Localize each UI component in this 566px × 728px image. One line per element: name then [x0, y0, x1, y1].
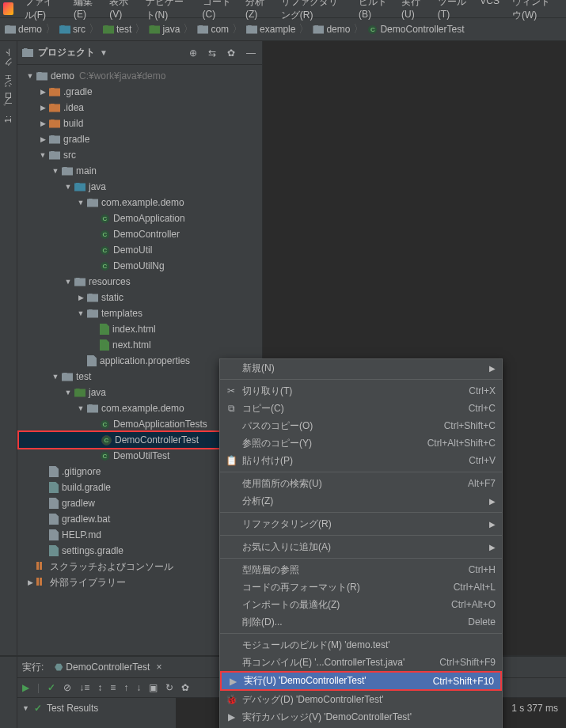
hide-icon[interactable]: —: [246, 47, 257, 59]
breadcrumb-item[interactable]: test: [103, 24, 131, 35]
context-menu-item[interactable]: 🐞デバッグ(D) 'DemoControllerTest': [220, 691, 502, 708]
menu-item[interactable]: ツール(T): [433, 0, 473, 24]
breadcrumb-item[interactable]: src: [59, 24, 85, 35]
expand-icon[interactable]: ↕: [97, 682, 102, 693]
tree-row[interactable]: index.html: [17, 321, 262, 337]
tree-row[interactable]: ▶build: [17, 116, 262, 131]
menu-icon: 📋: [225, 455, 237, 466]
breadcrumb-item[interactable]: demo: [313, 24, 350, 35]
file-icon: [49, 466, 59, 477]
breadcrumb-item[interactable]: com: [197, 24, 229, 35]
pass-icon[interactable]: ✓: [47, 682, 55, 693]
breadcrumb-item[interactable]: CDemoControllerTest: [367, 24, 464, 35]
context-menu-item[interactable]: 参照のコピー(Y)Ctrl+Alt+Shift+C: [220, 434, 502, 452]
file-icon: [87, 355, 97, 366]
context-menu-item[interactable]: リファクタリング(R)▶: [220, 515, 502, 533]
sort-icon[interactable]: ↓≡: [79, 682, 89, 693]
collapse-all-icon[interactable]: ≡: [110, 682, 116, 693]
dropdown-icon[interactable]: ▼: [100, 48, 108, 57]
gear-icon[interactable]: ✿: [181, 682, 189, 693]
file-icon: [100, 324, 109, 335]
context-menu-item[interactable]: 分析(Z)▶: [220, 492, 502, 510]
history-icon[interactable]: ↻: [165, 682, 173, 693]
tree-row[interactable]: ▶.idea: [17, 100, 262, 116]
menu-item[interactable]: 分析(Z): [241, 0, 273, 24]
file-icon: [100, 339, 109, 351]
prev-icon[interactable]: ↑: [123, 682, 128, 693]
tree-row[interactable]: ▼java: [17, 179, 262, 195]
menu-item[interactable]: 表示(V): [104, 0, 137, 24]
context-menu-item[interactable]: ▶実行(U) 'DemoControllerTest'Ctrl+Shift+F1…: [220, 671, 502, 691]
tree-row[interactable]: ▼com.example.demo: [17, 195, 262, 210]
tree-row[interactable]: ▼templates: [17, 305, 262, 321]
left-tool-stripe: 1: プロジェクト: [0, 41, 17, 670]
project-icon: [22, 48, 33, 57]
folder-icon: [74, 278, 85, 286]
breadcrumb-item[interactable]: demo: [5, 24, 42, 35]
folder-icon: [49, 151, 60, 160]
menu-item[interactable]: 編集(E): [69, 0, 101, 24]
menu-item[interactable]: ウィンドウ(W): [507, 0, 563, 24]
menu-item[interactable]: ビルド(B): [354, 0, 393, 24]
menu-item[interactable]: 実行(U): [397, 0, 430, 24]
menu-icon: ⧉: [225, 403, 237, 414]
tree-row[interactable]: CDemoController: [17, 226, 262, 242]
context-menu[interactable]: 新規(N)▶✂切り取り(T)Ctrl+X⧉コピー(C)Ctrl+Cパスのコピー(…: [219, 358, 503, 728]
file-icon: [49, 482, 59, 493]
breadcrumb-item[interactable]: java: [149, 24, 180, 35]
class-icon: C: [100, 214, 110, 224]
tree-row[interactable]: ▼src: [17, 147, 262, 163]
export-icon[interactable]: ▣: [149, 682, 158, 693]
class-icon: C: [100, 451, 110, 461]
gear-icon[interactable]: ✿: [227, 47, 238, 59]
folder-icon: [49, 135, 60, 144]
locate-icon[interactable]: ⊕: [189, 47, 200, 59]
run-tab[interactable]: ⬣ DemoControllerTest ×: [48, 660, 168, 674]
tree-row[interactable]: CDemoApplication: [17, 210, 262, 226]
tree-row[interactable]: ▼main: [17, 163, 262, 179]
context-menu-item[interactable]: 新規(N)▶: [220, 359, 502, 377]
menu-item[interactable]: ナビゲート(N): [141, 0, 195, 24]
menu-item[interactable]: コード(C): [198, 0, 238, 24]
menu-bar: ファイル(F)編集(E)表示(V)ナビゲート(N)コード(C)分析(Z)リファク…: [0, 0, 566, 17]
file-icon: [49, 514, 59, 525]
context-menu-item[interactable]: お気に入りに追加(A)▶: [220, 538, 502, 555]
context-menu-item[interactable]: 削除(D)...Delete: [220, 613, 502, 631]
tree-row[interactable]: CDemoUtil: [17, 242, 262, 258]
tree-row[interactable]: CDemoUtilNg: [17, 258, 262, 274]
tree-row[interactable]: ▼resources: [17, 274, 262, 290]
context-menu-item[interactable]: 型階層の参照Ctrl+H: [220, 561, 502, 578]
collapse-icon[interactable]: ⇆: [208, 47, 219, 59]
tree-row[interactable]: ▼demoC:¥work¥java¥demo: [17, 68, 262, 84]
file-icon: [49, 529, 59, 540]
context-menu-item[interactable]: ✂切り取り(T)Ctrl+X: [220, 382, 502, 400]
close-icon[interactable]: ×: [156, 662, 161, 673]
tree-row[interactable]: ▶.gradle: [17, 84, 262, 100]
context-menu-item[interactable]: 使用箇所の検索(U)Alt+F7: [220, 475, 502, 492]
tab-project[interactable]: 1: プロジェクト: [1, 44, 16, 131]
context-menu-item[interactable]: ▶実行カバレッジ(V) 'DemoControllerTest': [220, 708, 502, 726]
context-menu-item[interactable]: コードの再フォーマット(R)Ctrl+Alt+L: [220, 578, 502, 596]
tree-row[interactable]: next.html: [17, 337, 262, 353]
context-menu-item[interactable]: インポートの最適化(Z)Ctrl+Alt+O: [220, 596, 502, 613]
next-icon[interactable]: ↓: [136, 682, 141, 693]
context-menu-item[interactable]: 再コンパイル(E) '...ControllerTest.java'Ctrl+S…: [220, 654, 502, 671]
menu-item[interactable]: リファクタリング(R): [276, 0, 351, 24]
class-icon: C: [100, 245, 110, 256]
context-menu-item[interactable]: モジュールのビルド(M) 'demo.test': [220, 636, 502, 654]
breadcrumb-item[interactable]: example: [246, 24, 295, 35]
app-logo-icon: [3, 2, 13, 15]
test-duration: 1 s 377 ms: [511, 703, 558, 714]
tree-row[interactable]: ▶static: [17, 290, 262, 305]
menu-item[interactable]: VCS: [475, 0, 504, 24]
menu-item[interactable]: ファイル(F): [20, 0, 66, 24]
folder-icon: [87, 309, 98, 318]
context-menu-item[interactable]: 📋貼り付け(P)Ctrl+V: [220, 452, 502, 469]
test-results-label[interactable]: Test Results: [47, 703, 98, 714]
context-menu-item[interactable]: ⧉コピー(C)Ctrl+C: [220, 400, 502, 417]
rerun-icon[interactable]: ▶: [22, 682, 29, 693]
tree-row[interactable]: ▶gradle: [17, 131, 262, 147]
context-menu-item[interactable]: パスのコピー(O)Ctrl+Shift+C: [220, 417, 502, 434]
folder-icon: [87, 199, 98, 207]
fail-icon[interactable]: ⊘: [63, 682, 71, 693]
